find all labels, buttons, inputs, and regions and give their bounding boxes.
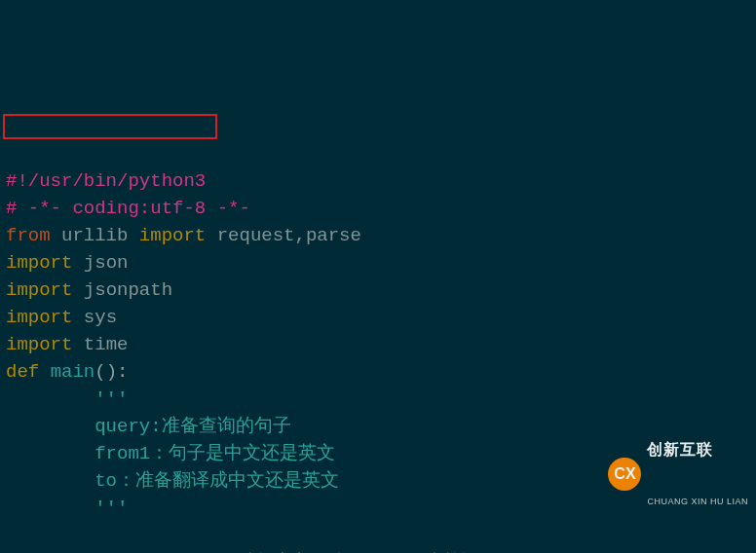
docstring-open: ''': [94, 388, 128, 410]
func-main: main: [51, 361, 95, 383]
code-line-5: import jsonpath: [6, 279, 172, 301]
module-time: time: [84, 334, 129, 355]
code-line-9: ''': [6, 388, 128, 410]
code-line-1: #!/usr/bin/python3: [6, 170, 206, 192]
docstring-line: from1：句子是中文还是英文: [94, 443, 335, 464]
code-line-10: query:准备查询的句子: [6, 416, 291, 437]
docstring-close: ''': [94, 498, 128, 519]
kw-import: import: [6, 307, 72, 328]
kw-def: def: [6, 361, 39, 383]
kw-import: import: [139, 225, 206, 246]
code-line-3: from urllib import request,parse: [6, 225, 361, 246]
import-names: request,parse: [217, 225, 361, 246]
code-line-7: import time: [6, 334, 128, 355]
module-urllib: urllib: [61, 225, 128, 246]
docstring-line: to：准备翻译成中文还是英文: [94, 470, 339, 492]
module-sys: sys: [84, 307, 117, 328]
kw-import: import: [6, 252, 72, 274]
paren-colon: ():: [94, 361, 128, 383]
code-line-4: import json: [6, 252, 128, 274]
kw-from: from: [6, 225, 51, 246]
code-line-12: to：准备翻译成中文还是英文: [6, 470, 339, 492]
kw-import: import: [6, 334, 72, 355]
docstring-line: query:准备查询的句子: [94, 416, 290, 437]
module-json: json: [84, 252, 129, 274]
code-line-8: def main():: [6, 361, 128, 383]
module-jsonpath: jsonpath: [84, 279, 172, 301]
code-area: #!/usr/bin/python3 # -*- coding:utf-8 -*…: [0, 109, 756, 553]
code-line-11: from1：句子是中文还是英文: [6, 443, 335, 464]
code-line-6: import sys: [6, 307, 117, 328]
code-line-2: # -*- coding:utf-8 -*-: [6, 198, 250, 219]
code-line-13: ''': [6, 498, 128, 519]
shebang-highlight-box: [3, 114, 217, 139]
kw-import: import: [6, 279, 72, 301]
